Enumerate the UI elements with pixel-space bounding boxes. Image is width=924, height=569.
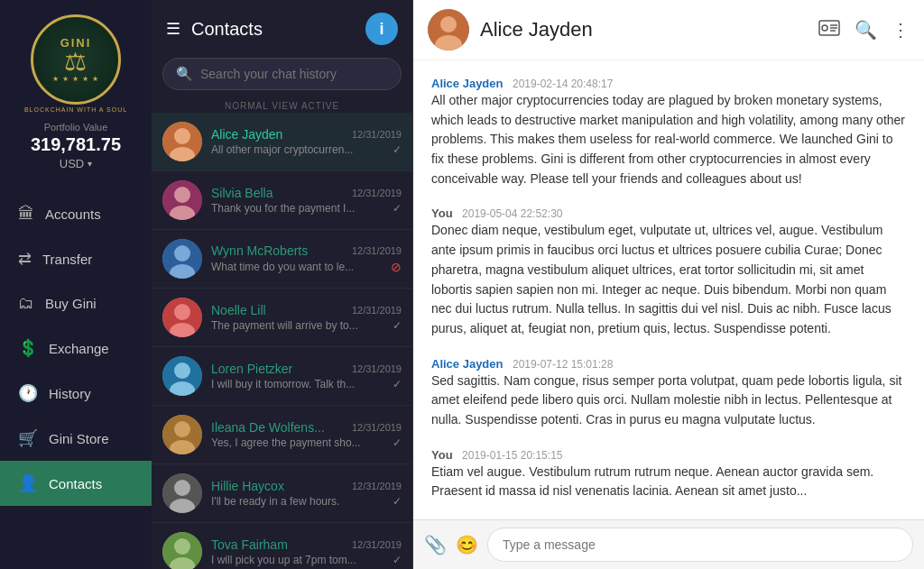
contact-preview: All other major cryptocurren... (211, 143, 353, 156)
message-header: You 2019-05-04 22:52:30 (431, 205, 906, 221)
accounts-icon: 🏛 (18, 205, 34, 224)
contact-item[interactable]: Alice Jayden 12/31/2019 All other major … (152, 113, 412, 171)
contact-item[interactable]: Tova Fairham 12/31/2019 I will pick you … (152, 523, 412, 569)
contact-info: Tova Fairham 12/31/2019 I will pick you … (211, 537, 402, 566)
svg-point-13 (174, 363, 190, 379)
sidebar-item-exchange[interactable]: 💲 Exchange (0, 326, 152, 371)
history-icon: 🕐 (18, 383, 38, 403)
contact-preview: I'll be ready in a few hours. (211, 495, 339, 508)
sidebar-item-gini-store[interactable]: 🛒 Gini Store (0, 416, 152, 461)
contact-date: 12/31/2019 (352, 305, 402, 316)
sidebar-item-transfer[interactable]: ⇄ Transfer (0, 236, 152, 281)
contact-name: Alice Jayden (211, 127, 282, 142)
avatar (162, 415, 202, 454)
avatar (162, 122, 202, 161)
sidebar-item-history[interactable]: 🕐 History (0, 371, 152, 416)
logo-area: GINI ⚖ ★ ★ ★ ★ ★ BLOCKCHAIN WITH A SOUL … (24, 0, 127, 179)
message-timestamp: 2019-07-12 15:01:28 (513, 358, 613, 371)
contact-item[interactable]: Loren Pietzker 12/31/2019 I will buy it … (152, 347, 412, 406)
contact-date: 12/31/2019 (352, 539, 402, 550)
contact-date: 12/31/2019 (352, 129, 402, 140)
chevron-down-icon[interactable]: ▾ (88, 159, 92, 169)
contact-info: Ileana De Wolfens... 12/31/2019 Yes, I a… (211, 420, 402, 449)
transfer-icon: ⇄ (18, 249, 32, 269)
contact-name: Ileana De Wolfens... (211, 420, 325, 435)
contact-name: Hillie Haycox (211, 479, 284, 493)
status-check-icon: ✓ (393, 143, 402, 156)
attach-icon[interactable]: 📎 (424, 534, 447, 555)
svg-point-19 (174, 480, 190, 496)
normal-view-label: NORMAL VIEW ACTIVE (152, 97, 412, 113)
message-text: Etiam vel augue. Vestibulum rutrum rutru… (431, 463, 906, 501)
message-sender: Alice Jayden (431, 77, 504, 90)
message-block: You 2019-01-15 20:15:15 Etiam vel augue.… (431, 446, 906, 501)
sidebar-item-label: Transfer (42, 252, 92, 267)
avatar (162, 180, 202, 220)
message-sender: You (431, 448, 453, 462)
gini-store-icon: 🛒 (18, 428, 38, 448)
chat-more-icon[interactable]: ⋮ (892, 19, 910, 41)
message-block: Alice Jayden 2019-07-12 15:01:28 Sed sag… (431, 355, 906, 430)
message-block: Alice Jayden 2019-02-14 20:48:17 All oth… (431, 75, 906, 188)
chat-contact-name: Alice Jayden (480, 18, 808, 41)
portfolio-label: Portfolio Value (44, 122, 108, 133)
sidebar-item-label: Contacts (49, 476, 102, 491)
contact-preview: I will buy it tomorrow. Talk th... (211, 378, 355, 390)
sidebar-item-contacts[interactable]: 👤 Contacts (0, 461, 152, 506)
sidebar-item-label: Gini Store (49, 431, 109, 446)
contact-item[interactable]: Silvia Bella 12/31/2019 Thank you for th… (152, 171, 412, 230)
svg-point-10 (174, 304, 190, 320)
contact-preview: What time do you want to le... (211, 261, 354, 273)
contact-card-icon[interactable] (818, 20, 840, 41)
avatar (162, 239, 202, 279)
message-sender: Alice Jayden (431, 357, 504, 371)
scales-icon: ⚖ (64, 50, 87, 75)
contact-info: Wynn McRoberts 12/31/2019 What time do y… (211, 243, 402, 274)
chat-panel: Alice Jayden 🔍 ⋮ Alice Jayden 2019-02-14… (413, 0, 924, 569)
contacts-icon: 👤 (18, 473, 38, 493)
contact-preview: I will pick you up at 7pm tom... (211, 554, 356, 566)
message-text: Sed sagittis. Nam congue, risus semper p… (431, 372, 906, 430)
sidebar: GINI ⚖ ★ ★ ★ ★ ★ BLOCKCHAIN WITH A SOUL … (0, 0, 152, 569)
emoji-icon[interactable]: 😊 (456, 534, 478, 555)
info-button[interactable]: i (365, 13, 398, 45)
chat-search-icon[interactable]: 🔍 (855, 19, 877, 41)
contact-item[interactable]: Hillie Haycox 12/31/2019 I'll be ready i… (152, 464, 412, 523)
portfolio-currency: USD ▾ (60, 157, 92, 170)
sidebar-item-accounts[interactable]: 🏛 Accounts (0, 192, 152, 236)
contacts-title: Contacts (191, 19, 263, 40)
message-timestamp: 2019-02-14 20:48:17 (513, 78, 613, 90)
contacts-header: ☰ Contacts i (152, 0, 412, 58)
hamburger-icon[interactable]: ☰ (166, 19, 180, 39)
search-input[interactable] (200, 67, 388, 81)
contact-item[interactable]: Wynn McRoberts 12/31/2019 What time do y… (152, 230, 412, 289)
status-check-icon: ✓ (393, 202, 402, 215)
message-timestamp: 2019-01-15 20:15:15 (462, 449, 562, 462)
contact-date: 12/31/2019 (352, 188, 402, 198)
message-timestamp: 2019-05-04 22:52:30 (462, 207, 562, 220)
sidebar-item-buy-gini[interactable]: 🗂 Buy Gini (0, 281, 152, 326)
contact-preview: Thank you for the payment I... (211, 202, 355, 215)
chat-input-area: 📎 😊 (413, 519, 924, 569)
logo-stars: ★ ★ ★ ★ ★ (52, 75, 100, 83)
contact-item[interactable]: Noelle Lill 12/31/2019 The payment will … (152, 289, 412, 347)
contact-date: 12/31/2019 (352, 422, 402, 433)
avatar (162, 473, 202, 513)
exchange-icon: 💲 (18, 338, 38, 358)
contact-item[interactable]: Ileana De Wolfens... 12/31/2019 Yes, I a… (152, 406, 412, 464)
message-input[interactable] (487, 528, 913, 562)
svg-point-4 (174, 187, 190, 203)
avatar (162, 532, 202, 569)
status-check-icon: ✓ (393, 378, 402, 390)
status-block-icon: ⊘ (391, 260, 402, 274)
message-sender: You (431, 206, 453, 220)
buy-gini-icon: 🗂 (18, 294, 34, 313)
avatar (162, 298, 202, 337)
svg-point-16 (174, 421, 190, 437)
svg-point-25 (440, 16, 457, 32)
sidebar-item-label: Accounts (45, 206, 101, 222)
logo-subtitle: BLOCKCHAIN WITH A SOUL (24, 106, 127, 113)
contacts-panel: ☰ Contacts i 🔍 NORMAL VIEW ACTIVE Alice … (152, 0, 413, 569)
message-header: Alice Jayden 2019-07-12 15:01:28 (431, 355, 906, 372)
contact-name: Silvia Bella (211, 186, 273, 200)
